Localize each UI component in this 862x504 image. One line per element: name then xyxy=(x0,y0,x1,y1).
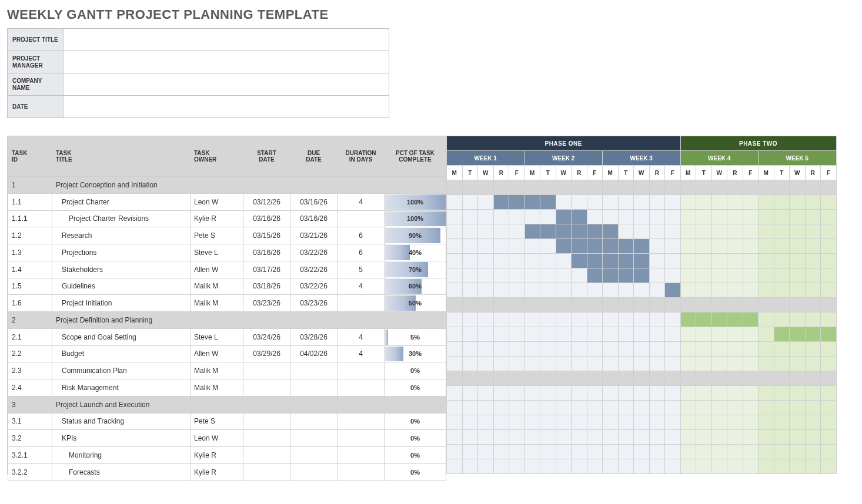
gantt-bar-cell[interactable] xyxy=(603,268,619,283)
timeline-cell[interactable] xyxy=(447,210,463,224)
timeline-cell[interactable] xyxy=(524,342,540,357)
timeline-cell[interactable] xyxy=(790,180,806,195)
timeline-cell[interactable] xyxy=(696,445,712,459)
timeline-cell[interactable] xyxy=(790,254,806,268)
timeline-cell[interactable] xyxy=(524,459,540,474)
timeline-cell[interactable] xyxy=(572,180,587,195)
timeline-cell[interactable] xyxy=(493,386,509,401)
timeline-cell[interactable] xyxy=(665,386,681,401)
timeline-cell[interactable] xyxy=(649,195,665,210)
timeline-cell[interactable] xyxy=(603,298,619,313)
timeline-cell[interactable] xyxy=(696,268,712,283)
timeline-cell[interactable] xyxy=(478,415,494,430)
timeline-cell[interactable] xyxy=(680,254,696,268)
timeline-cell[interactable] xyxy=(447,430,463,445)
timeline-cell[interactable] xyxy=(727,327,743,342)
gantt-bar-cell[interactable] xyxy=(696,313,712,327)
timeline-cell[interactable] xyxy=(727,180,743,195)
timeline-cell[interactable] xyxy=(634,195,650,210)
timeline-cell[interactable] xyxy=(493,415,509,430)
cell-due[interactable]: 04/02/26 xyxy=(290,345,338,362)
timeline-cell[interactable] xyxy=(572,415,587,430)
cell-pct-complete[interactable]: 0% xyxy=(385,413,446,430)
timeline-cell[interactable] xyxy=(696,415,712,430)
cell-task-owner[interactable]: Kylie R xyxy=(191,210,243,227)
timeline-cell[interactable] xyxy=(572,386,587,401)
gantt-bar-cell[interactable] xyxy=(572,254,587,268)
timeline-cell[interactable] xyxy=(587,298,603,313)
timeline-cell[interactable] xyxy=(821,283,837,298)
timeline-cell[interactable] xyxy=(743,401,759,415)
timeline-cell[interactable] xyxy=(743,371,759,386)
timeline-cell[interactable] xyxy=(540,327,556,342)
timeline-cell[interactable] xyxy=(711,386,727,401)
cell-due[interactable]: 03/28/26 xyxy=(290,328,338,345)
timeline-cell[interactable] xyxy=(462,386,478,401)
timeline-cell[interactable] xyxy=(603,445,619,459)
cell-dur[interactable]: 4 xyxy=(338,193,385,210)
info-value-company-name[interactable] xyxy=(64,73,389,96)
timeline-cell[interactable] xyxy=(478,210,494,224)
cell-dur[interactable] xyxy=(338,379,385,397)
timeline-cell[interactable] xyxy=(524,313,540,327)
timeline-cell[interactable] xyxy=(447,195,463,210)
cell-due[interactable]: 03/22/26 xyxy=(290,278,338,295)
cell-due[interactable] xyxy=(290,312,338,329)
timeline-cell[interactable] xyxy=(634,210,650,224)
timeline-cell[interactable] xyxy=(556,401,572,415)
timeline-cell[interactable] xyxy=(462,254,478,268)
cell-task-title[interactable]: Project Definition and Planning xyxy=(52,312,191,329)
timeline-cell[interactable] xyxy=(447,459,463,474)
timeline-cell[interactable] xyxy=(618,415,634,430)
timeline-cell[interactable] xyxy=(603,415,619,430)
gantt-bar-cell[interactable] xyxy=(618,239,634,254)
timeline-cell[interactable] xyxy=(774,415,790,430)
timeline-cell[interactable] xyxy=(634,224,650,239)
cell-due[interactable]: 03/16/26 xyxy=(290,210,338,227)
timeline-cell[interactable] xyxy=(462,327,478,342)
timeline-cell[interactable] xyxy=(540,268,556,283)
timeline-cell[interactable] xyxy=(680,180,696,195)
timeline-cell[interactable] xyxy=(524,401,540,415)
timeline-cell[interactable] xyxy=(587,371,603,386)
timeline-cell[interactable] xyxy=(618,283,634,298)
timeline-cell[interactable] xyxy=(680,327,696,342)
timeline-cell[interactable] xyxy=(805,210,821,224)
timeline-cell[interactable] xyxy=(711,415,727,430)
cell-due[interactable]: 03/22/26 xyxy=(290,244,338,261)
timeline-cell[interactable] xyxy=(727,386,743,401)
timeline-cell[interactable] xyxy=(540,342,556,357)
cell-due[interactable]: 03/23/26 xyxy=(290,295,338,312)
timeline-cell[interactable] xyxy=(696,239,712,254)
timeline-cell[interactable] xyxy=(680,195,696,210)
timeline-cell[interactable] xyxy=(696,342,712,357)
timeline-cell[interactable] xyxy=(447,239,463,254)
cell-task-owner[interactable]: Kylie R xyxy=(191,447,243,464)
timeline-cell[interactable] xyxy=(509,357,525,371)
timeline-cell[interactable] xyxy=(478,445,494,459)
timeline-cell[interactable] xyxy=(524,445,540,459)
cell-dur[interactable]: 4 xyxy=(338,278,385,295)
cell-task-id[interactable]: 2.2 xyxy=(8,345,52,362)
cell-pct-complete[interactable]: 100% xyxy=(385,193,446,210)
timeline-cell[interactable] xyxy=(603,357,619,371)
timeline-cell[interactable] xyxy=(696,386,712,401)
timeline-cell[interactable] xyxy=(821,415,837,430)
timeline-cell[interactable] xyxy=(759,283,774,298)
timeline-cell[interactable] xyxy=(774,430,790,445)
timeline-cell[interactable] xyxy=(743,430,759,445)
timeline-cell[interactable] xyxy=(493,371,509,386)
timeline-cell[interactable] xyxy=(649,357,665,371)
timeline-cell[interactable] xyxy=(478,386,494,401)
timeline-cell[interactable] xyxy=(821,430,837,445)
cell-task-id[interactable]: 3 xyxy=(8,396,52,413)
timeline-cell[interactable] xyxy=(649,459,665,474)
gantt-bar-cell[interactable] xyxy=(727,313,743,327)
timeline-cell[interactable] xyxy=(696,180,712,195)
timeline-cell[interactable] xyxy=(790,459,806,474)
timeline-cell[interactable] xyxy=(665,180,681,195)
timeline-cell[interactable] xyxy=(649,371,665,386)
cell-task-owner[interactable]: Malik M xyxy=(191,295,243,312)
timeline-cell[interactable] xyxy=(727,195,743,210)
gantt-bar-cell[interactable] xyxy=(618,268,634,283)
